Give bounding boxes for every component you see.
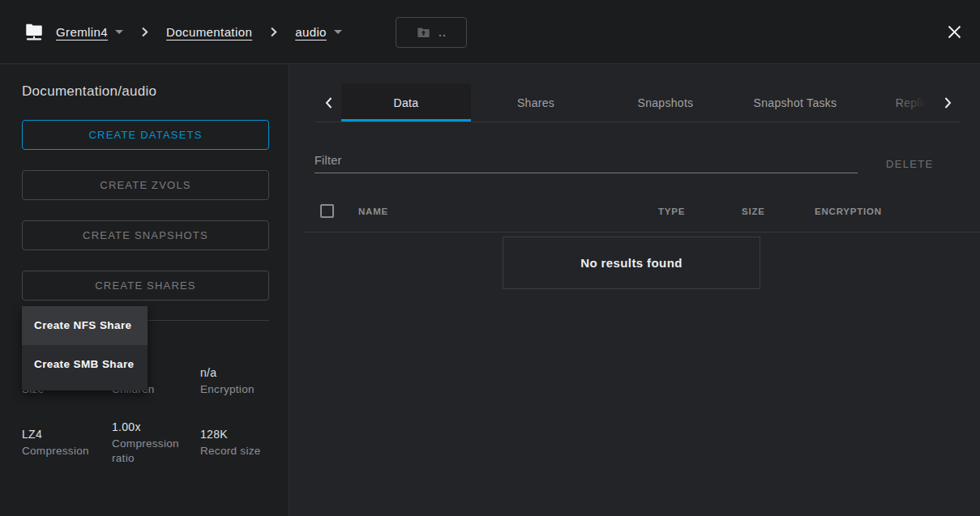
up-button-label: .. <box>439 26 447 39</box>
stat-value: n/a <box>200 365 272 381</box>
stat-record-size: 128K Record size <box>200 426 272 458</box>
breadcrumb-separator-icon <box>140 26 149 38</box>
delete-button[interactable]: DELETE <box>886 158 933 170</box>
active-tab-indicator <box>341 119 471 122</box>
stat-label: Encryption <box>200 382 272 397</box>
menu-item-create-nfs-share[interactable]: Create NFS Share <box>22 306 148 345</box>
stat-compression-ratio: 1.00x Compression ratio <box>112 419 200 466</box>
stat-label: Record size <box>200 444 272 458</box>
stat-value: 1.00x <box>112 419 200 435</box>
topbar: Gremlin4 Documentation audio .. <box>0 0 980 64</box>
breadcrumb-separator-icon <box>269 26 278 38</box>
folder-up-icon <box>416 25 431 41</box>
empty-state-box: No results found <box>503 237 760 289</box>
stat-value: LZ4 <box>22 426 112 442</box>
menu-item-create-smb-share[interactable]: Create SMB Share <box>22 345 148 384</box>
create-datasets-button[interactable]: CREATE DATASETS <box>22 120 269 150</box>
stat-compression: LZ4 Compression <box>22 426 112 458</box>
filter-input-label[interactable]: Filter <box>315 154 341 167</box>
dataset-details-sidebar: Documentation/audio CREATE DATASETS CREA… <box>0 65 289 516</box>
select-all-checkbox[interactable] <box>320 204 334 218</box>
tab-snapshot-tasks[interactable]: Snapshot Tasks <box>730 83 860 122</box>
pool-folder-network-icon <box>24 21 45 42</box>
column-header-name[interactable]: NAME <box>358 207 388 216</box>
column-header-type[interactable]: TYPE <box>658 207 685 216</box>
create-shares-menu: Create NFS Share Create SMB Share <box>22 306 148 390</box>
column-header-encryption[interactable]: ENCRYPTION <box>815 207 882 216</box>
tab-bar: Data Shares Snapshots Snapshot Tasks Rep… <box>315 83 961 122</box>
breadcrumb-audio[interactable]: audio <box>295 25 327 39</box>
stat-label: Compression ratio <box>112 437 200 466</box>
column-header-size[interactable]: SIZE <box>742 207 765 216</box>
tabs-scroll-right-icon[interactable] <box>935 83 961 122</box>
create-snapshots-button[interactable]: CREATE SNAPSHOTS <box>22 220 269 250</box>
stat-label: Compression <box>22 444 112 458</box>
tab-list: Data Shares Snapshots Snapshot Tasks Rep… <box>341 83 935 122</box>
go-up-directory-button[interactable]: .. <box>396 17 467 48</box>
chevron-down-icon[interactable] <box>115 30 123 34</box>
chevron-down-icon[interactable] <box>334 30 342 34</box>
tab-data[interactable]: Data <box>341 83 471 122</box>
filter-input[interactable] <box>315 173 858 173</box>
tab-replication[interactable]: Replication <box>860 83 935 122</box>
tabs-scroll-left-icon[interactable] <box>315 83 341 122</box>
tab-label: Data <box>394 96 419 109</box>
empty-state-message: No results found <box>580 256 683 270</box>
table-header-row: NAME TYPE SIZE ENCRYPTION <box>289 194 980 232</box>
dataset-content-panel: Data Shares Snapshots Snapshot Tasks Rep… <box>289 65 980 516</box>
create-zvols-button[interactable]: CREATE ZVOLS <box>22 170 269 200</box>
page-title: Documentation/audio <box>22 83 156 100</box>
breadcrumb-pool[interactable]: Gremlin4 <box>56 25 108 39</box>
tab-snapshots[interactable]: Snapshots <box>601 83 730 122</box>
stat-encryption: n/a Encryption <box>200 365 272 397</box>
create-shares-button[interactable]: CREATE SHARES <box>22 271 269 301</box>
stat-value: 128K <box>200 426 272 442</box>
tab-shares[interactable]: Shares <box>471 83 601 122</box>
breadcrumb-documentation[interactable]: Documentation <box>166 25 252 39</box>
close-icon[interactable] <box>946 23 963 41</box>
table-header-divider <box>305 232 980 232</box>
